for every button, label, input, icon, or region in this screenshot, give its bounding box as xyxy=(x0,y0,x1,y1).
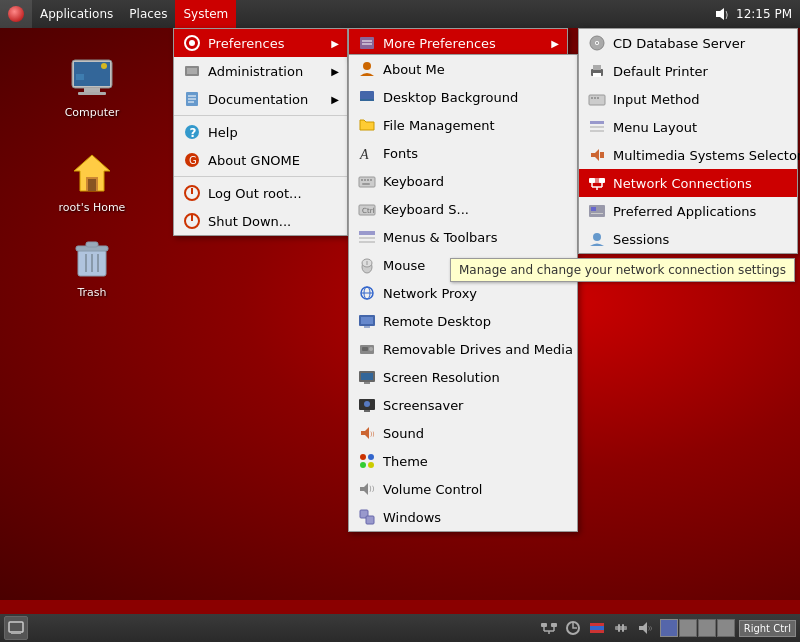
bottom-settings-icon[interactable] xyxy=(610,617,632,639)
more-prefs-label: More Preferences xyxy=(383,36,541,51)
menu-item-network-connections[interactable]: Network Connections xyxy=(579,169,797,197)
keyboard-label: Right Ctrl xyxy=(744,623,791,634)
menu-item-sessions[interactable]: Sessions xyxy=(579,225,797,253)
theme-label: Theme xyxy=(383,454,569,469)
menu-item-keyboard[interactable]: Keyboard xyxy=(349,167,577,195)
menu-item-file-mgmt[interactable]: File Management xyxy=(349,111,577,139)
svg-rect-45 xyxy=(362,183,370,185)
svg-point-73 xyxy=(360,462,366,468)
administration-arrow: ▶ xyxy=(331,66,339,77)
menu-item-desktop-bg[interactable]: Desktop Background xyxy=(349,83,577,111)
panel-applications-btn[interactable]: Applications xyxy=(32,0,121,28)
preferences-label: Preferences xyxy=(208,36,321,51)
places-label: Places xyxy=(129,7,167,21)
tooltip-box: Manage and change your network connectio… xyxy=(450,258,795,282)
menu-item-preferred-apps[interactable]: Preferred Applications xyxy=(579,197,797,225)
bottom-panel: )) Right Ctrl xyxy=(0,614,800,642)
svg-rect-91 xyxy=(590,130,604,132)
menu-item-logout[interactable]: Log Out root... xyxy=(174,179,347,207)
remote-desktop-label: Remote Desktop xyxy=(383,314,569,329)
menu-item-fonts[interactable]: A Fonts xyxy=(349,139,577,167)
menu-item-sound[interactable]: )) Sound xyxy=(349,419,577,447)
preferred-apps-icon xyxy=(587,201,607,221)
svg-point-36 xyxy=(363,62,371,70)
menu-item-cd-database[interactable]: CD Database Server xyxy=(579,29,797,57)
bottom-sync-icon[interactable] xyxy=(562,617,584,639)
desktop-icon-trash[interactable]: Trash xyxy=(52,230,132,303)
menu-item-volume-control[interactable]: )) Volume Control xyxy=(349,475,577,503)
default-printer-label: Default Printer xyxy=(613,64,789,79)
svg-text:?: ? xyxy=(190,126,197,140)
panel-logo-btn[interactable] xyxy=(0,0,32,28)
desktop-4[interactable] xyxy=(717,619,735,637)
menu-item-preferences[interactable]: Preferences ▶ xyxy=(174,29,347,57)
documentation-icon xyxy=(182,89,202,109)
menu-item-keyboard-shortcuts[interactable]: Ctrl Keyboard S... xyxy=(349,195,577,223)
menu-item-remote-desktop[interactable]: Remote Desktop xyxy=(349,307,577,335)
menu-item-default-printer[interactable]: Default Printer xyxy=(579,57,797,85)
desktop-icon-home[interactable]: root's Home xyxy=(52,145,132,218)
menu-item-administration[interactable]: Administration ▶ xyxy=(174,57,347,85)
volume-control-icon: )) xyxy=(357,479,377,499)
svg-rect-6 xyxy=(76,74,84,80)
bottom-network-icon[interactable] xyxy=(538,617,560,639)
removable-drives-icon xyxy=(357,339,377,359)
virtual-desktops xyxy=(660,619,735,637)
svg-rect-59 xyxy=(364,326,370,328)
menu-item-screensaver[interactable]: Screensaver xyxy=(349,391,577,419)
svg-rect-106 xyxy=(11,632,21,634)
menu-item-menu-layout[interactable]: Menu Layout xyxy=(579,113,797,141)
show-desktop-btn[interactable] xyxy=(4,616,28,640)
svg-point-71 xyxy=(360,454,366,460)
svg-rect-44 xyxy=(370,179,372,181)
svg-rect-116 xyxy=(590,630,604,633)
svg-rect-89 xyxy=(590,121,604,124)
logout-label: Log Out root... xyxy=(208,186,339,201)
menu-item-menus-toolbars[interactable]: Menus & Toolbars xyxy=(349,223,577,251)
desktop-icon-computer[interactable]: Computer xyxy=(52,50,132,123)
menu-item-theme[interactable]: Theme xyxy=(349,447,577,475)
panel-places-btn[interactable]: Places xyxy=(121,0,175,28)
bottom-speaker-icon[interactable]: )) xyxy=(634,617,656,639)
sessions-icon xyxy=(587,229,607,249)
menu-item-documentation[interactable]: Documentation ▶ xyxy=(174,85,347,113)
bottom-right-area: )) Right Ctrl xyxy=(538,617,796,639)
svg-rect-90 xyxy=(590,126,604,128)
svg-text:)): )) xyxy=(648,625,652,631)
menu-item-multimedia-selector[interactable]: Multimedia Systems Selector xyxy=(579,141,797,169)
svg-marker-120 xyxy=(639,622,647,634)
default-printer-icon xyxy=(587,61,607,81)
keyboard-shortcuts-label: Keyboard S... xyxy=(383,202,569,217)
desktop-3[interactable] xyxy=(698,619,716,637)
sound-icon: )) xyxy=(357,423,377,443)
desktop-1[interactable] xyxy=(660,619,678,637)
keyboard-indicator[interactable]: Right Ctrl xyxy=(739,620,796,637)
menu-item-about-gnome[interactable]: G About GNOME xyxy=(174,146,347,174)
documentation-label: Documentation xyxy=(208,92,321,107)
desktop-2[interactable] xyxy=(679,619,697,637)
menu-item-screen-resolution[interactable]: Screen Resolution xyxy=(349,363,577,391)
menu-item-removable-drives[interactable]: Removable Drives and Media xyxy=(349,335,577,363)
cd-database-icon xyxy=(587,33,607,53)
menu-item-network-proxy[interactable]: Network Proxy xyxy=(349,279,577,307)
preferences-arrow: ▶ xyxy=(331,38,339,49)
speaker-icon[interactable]: ) xyxy=(714,6,730,22)
menu-item-more-prefs[interactable]: More Preferences ▶ xyxy=(349,29,567,57)
screen-resolution-icon xyxy=(357,367,377,387)
svg-rect-85 xyxy=(589,95,605,105)
keyboard-shortcuts-icon: Ctrl xyxy=(357,199,377,219)
system-menu: Preferences ▶ Administration ▶ xyxy=(173,28,348,236)
menu-item-input-method[interactable]: Input Method xyxy=(579,85,797,113)
svg-marker-75 xyxy=(360,483,368,495)
computer-icon xyxy=(68,54,116,102)
fonts-icon: A xyxy=(357,143,377,163)
menu-item-windows[interactable]: Windows xyxy=(349,503,577,531)
svg-rect-108 xyxy=(551,623,557,627)
network-connections-label: Network Connections xyxy=(613,176,789,191)
menu-item-shutdown[interactable]: Shut Down... xyxy=(174,207,347,235)
menu-item-about-me[interactable]: About Me xyxy=(349,55,577,83)
bottom-locale-icon[interactable] xyxy=(586,617,608,639)
panel-system-btn[interactable]: System xyxy=(175,0,236,28)
menu-item-help[interactable]: ? Help xyxy=(174,118,347,146)
desktop: Applications Places System ) 12:15 PM xyxy=(0,0,800,600)
